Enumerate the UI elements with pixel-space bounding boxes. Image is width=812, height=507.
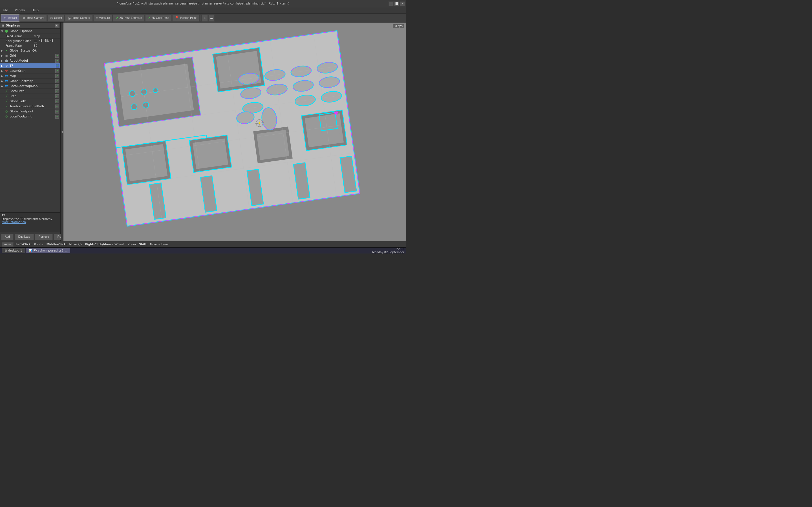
global-status-label: Global Status: Ok — [10, 49, 59, 52]
collapse-handle[interactable]: ◀ — [61, 22, 63, 241]
menubar: File Panels Help — [0, 7, 406, 13]
local-costmap-label: LocalCostMapMap — [10, 84, 55, 88]
remove-button[interactable]: Remove — [35, 234, 53, 240]
left-panel: ▣ Displays ✕ ▼ Global Options Fixed Fram… — [0, 22, 61, 241]
svg-line-72 — [206, 135, 207, 138]
window-title: /home/user/ros2_ws/install/path_planner_… — [117, 2, 289, 5]
maximize-button[interactable]: ⬜ — [394, 1, 399, 6]
displays-close-button[interactable]: ✕ — [55, 24, 59, 27]
select-button[interactable]: ▭ Select — [47, 14, 64, 22]
svg-rect-11 — [257, 130, 289, 160]
measure-button[interactable]: ≡ Measure — [93, 14, 112, 22]
tree-global-footprint[interactable]: ▶ ⬡ GlobalFootprint ✔ — [0, 109, 60, 114]
pose-estimate-icon: ↗ — [115, 16, 118, 20]
tree-laser-scan[interactable]: ▶ ⟳ LaserScan ✔ — [0, 68, 60, 73]
move-camera-button[interactable]: ✥ Move Camera — [20, 14, 47, 22]
interact-button[interactable]: ⊕ Interact — [1, 14, 19, 22]
tree-path[interactable]: ▶ ╱ Path ✔ — [0, 94, 60, 99]
window-controls: _ ⬜ ✕ — [389, 1, 405, 6]
global-path-label: GlobalPath — [10, 100, 55, 103]
statusbar: Reset Left-Click: Rotate. Middle-Click: … — [0, 241, 406, 247]
taskbar-rviz[interactable]: 📊 RV# /home/user/ros2_... — [26, 248, 70, 253]
global-footprint-checkbox[interactable]: ✔ — [55, 110, 59, 114]
shift-hint: Shift: — [139, 243, 148, 246]
map-icon: 🗺 — [4, 74, 8, 78]
pose-estimate-button[interactable]: ↗ 2D Pose Estimate — [113, 14, 144, 22]
date-display: Monday 02 September — [372, 251, 404, 254]
grid-icon: ⊞ — [4, 54, 8, 58]
path-icon: ╱ — [4, 94, 8, 98]
local-footprint-checkbox[interactable]: ✔ — [55, 115, 59, 119]
global-path-icon: ╱ — [4, 100, 8, 103]
rviz-icon: 📊 — [29, 249, 32, 252]
local-costmap-checkbox[interactable]: ✔ — [55, 84, 59, 88]
menu-help[interactable]: Help — [30, 8, 40, 13]
tree-tf[interactable]: ▶ ⊘ TF ✔ — [0, 63, 60, 68]
tree-global-path[interactable]: ▶ ╱ GlobalPath ✔ — [0, 99, 60, 104]
grid-checkbox[interactable]: ✔ — [55, 54, 59, 58]
global-costmap-arrow: ▶ — [1, 80, 4, 82]
viewport[interactable]: ♥ 31 fps — [63, 22, 406, 241]
tree-global-options[interactable]: ▼ Global Options — [0, 29, 60, 34]
global-path-checkbox[interactable]: ✔ — [55, 100, 59, 103]
local-footprint-icon: ⬡ — [4, 115, 8, 119]
tf-checkbox[interactable]: ✔ — [55, 64, 59, 68]
local-costmap-arrow: ▶ — [1, 85, 4, 88]
minimize-button[interactable]: _ — [389, 1, 394, 6]
global-costmap-checkbox[interactable]: ✔ — [55, 79, 59, 83]
taskbar-desktop[interactable]: 🖥 desktop 1 — [2, 248, 24, 253]
right-click-desc: Zoom. — [128, 243, 137, 246]
menu-file[interactable]: File — [1, 8, 10, 13]
focus-camera-label: Focus Camera — [71, 16, 90, 19]
desktop-label: desktop 1 — [8, 249, 22, 252]
taskbar: 🖥 desktop 1 📊 RV# /home/user/ros2_... 22… — [0, 247, 406, 253]
remove-display-button[interactable]: – — [208, 14, 214, 22]
measure-label: Measure — [99, 16, 110, 19]
global-status-icon: ✔ — [4, 49, 8, 53]
laser-scan-label: LaserScan — [10, 69, 55, 73]
local-path-checkbox[interactable]: ✔ — [55, 89, 59, 93]
tree-local-costmap[interactable]: ▶ 🗺 LocalCostMapMap ✔ — [0, 83, 60, 89]
add-button[interactable]: Add — [1, 234, 13, 240]
global-options-label: Global Options — [10, 29, 59, 33]
laser-scan-checkbox[interactable]: ✔ — [55, 69, 59, 73]
tree-grid[interactable]: ▶ ⊞ Grid ✔ — [0, 53, 60, 58]
bottom-buttons: Add Duplicate Remove Rename — [0, 232, 60, 241]
interact-label: Interact — [8, 16, 17, 19]
left-click-desc: Rotate. — [34, 243, 44, 246]
robot-model-checkbox[interactable]: ✔ — [55, 59, 59, 63]
middle-click-hint: Middle-Click: — [47, 243, 67, 246]
menu-panels[interactable]: Panels — [13, 8, 26, 13]
time-display: 22:53 — [372, 247, 404, 251]
tree-local-footprint[interactable]: ▶ ⬡ LocalFootprint ✔ — [0, 114, 60, 119]
displays-title: Displays — [5, 24, 20, 27]
reset-button[interactable]: Reset — [2, 242, 13, 247]
add-display-button[interactable]: + — [202, 14, 208, 22]
map-checkbox[interactable]: ✔ — [55, 74, 59, 78]
goal-pose-button[interactable]: ↗ 2D Goal Pose — [145, 14, 172, 22]
publish-point-button[interactable]: 📍 Publish Point — [172, 14, 199, 22]
tree-global-costmap[interactable]: ▶ 🗺 GlobalCostmap ✔ — [0, 78, 60, 83]
rviz-label: RV# /home/user/ros2_... — [33, 249, 67, 252]
close-button[interactable]: ✕ — [400, 1, 405, 6]
robot-model-arrow: ▶ — [1, 59, 4, 62]
more-info-link[interactable]: More Information — [2, 221, 26, 224]
svg-rect-7 — [125, 144, 167, 181]
tree-transformed-global-path[interactable]: ▶ ╱ TranformedGlobalPath ✔ — [0, 104, 60, 109]
background-color-value: 48; 48; 48 — [34, 39, 53, 43]
left-click-hint: Left-Click: — [16, 243, 32, 246]
path-checkbox[interactable]: ✔ — [55, 94, 59, 98]
focus-camera-button[interactable]: ◎ Focus Camera — [65, 14, 93, 22]
interact-icon: ⊕ — [4, 16, 6, 20]
duplicate-button[interactable]: Duplicate — [15, 234, 34, 240]
transformed-global-path-checkbox[interactable]: ✔ — [55, 105, 59, 108]
tree-global-status[interactable]: ▶ ✔ Global Status: Ok — [0, 48, 60, 53]
info-panel: TF Displays the TF transform hierarchy. … — [0, 212, 60, 232]
tree-map[interactable]: ▶ 🗺 Map ✔ — [0, 73, 60, 78]
tree-robot-model[interactable]: ▶ 🤖 RobotModel ✔ — [0, 58, 60, 63]
svg-point-52 — [153, 88, 158, 93]
global-footprint-label: GlobalFootprint — [10, 110, 55, 113]
tree-local-path[interactable]: ▶ ╱ LocalPath ✔ — [0, 89, 60, 94]
publish-point-label: Publish Point — [180, 16, 197, 19]
map-label: Map — [10, 74, 55, 78]
